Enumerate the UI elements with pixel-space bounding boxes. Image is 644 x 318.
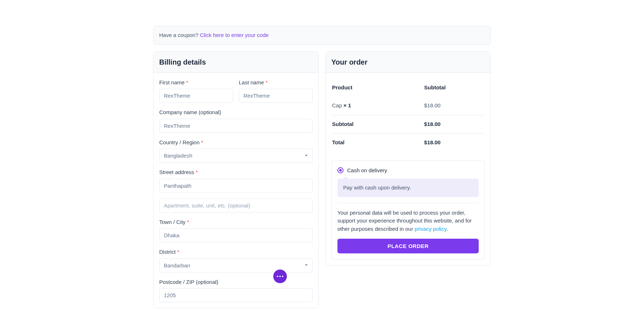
billing-panel: Billing details First name * Last name * — [153, 51, 319, 309]
coupon-prompt: Have a coupon? — [159, 32, 200, 38]
last-name-label: Last name * — [239, 79, 313, 87]
first-name-input[interactable] — [159, 89, 233, 103]
last-name-input[interactable] — [239, 89, 313, 103]
required-asterisk: * — [186, 79, 188, 85]
table-row: Cap × 1 $18.00 — [331, 97, 485, 115]
payment-box: Cash on delivery Pay with cash upon deli… — [331, 160, 485, 260]
company-label: Company name (optional) — [159, 108, 313, 117]
required-asterisk: * — [201, 139, 203, 145]
coupon-bar: Have a coupon? Click here to enter your … — [153, 26, 491, 45]
total-label: Total — [331, 134, 423, 152]
coupon-link[interactable]: Click here to enter your code — [200, 32, 269, 38]
country-label: Country / Region * — [159, 139, 313, 147]
street1-input[interactable] — [159, 179, 313, 193]
product-cell: Cap × 1 — [331, 97, 423, 115]
divider — [337, 203, 479, 203]
col-subtotal: Subtotal — [423, 79, 485, 97]
postcode-label: Postcode / ZIP (optional) — [159, 278, 313, 286]
subtotal-value: $18.00 — [423, 115, 485, 134]
order-panel: Your order Product Subtotal Cap × 1 — [325, 51, 491, 266]
required-asterisk: * — [196, 169, 198, 175]
required-asterisk: * — [177, 249, 179, 255]
billing-heading: Billing details — [153, 52, 318, 73]
payment-option-cod[interactable]: Cash on delivery — [337, 167, 479, 175]
more-fab[interactable] — [273, 270, 287, 283]
product-price: $18.00 — [423, 97, 485, 115]
payment-description: Pay with cash upon delivery. — [337, 179, 479, 197]
street2-input[interactable] — [159, 198, 313, 212]
country-select[interactable]: Bangladesh — [159, 149, 313, 163]
order-table: Product Subtotal Cap × 1 $18.00 Subto — [331, 79, 485, 152]
required-asterisk: * — [187, 219, 189, 225]
subtotal-row: Subtotal $18.00 — [331, 115, 485, 134]
privacy-text: Your personal data will be used to proce… — [337, 209, 479, 233]
total-row: Total $18.00 — [331, 134, 485, 152]
privacy-link[interactable]: privacy policy — [415, 226, 446, 232]
street-label: Street address * — [159, 168, 313, 177]
radio-selected-icon — [337, 167, 344, 173]
order-heading: Your order — [326, 52, 491, 73]
company-input[interactable] — [159, 119, 313, 133]
place-order-button[interactable]: PLACE ORDER — [337, 239, 479, 253]
city-label: Town / City * — [159, 218, 313, 226]
col-product: Product — [331, 79, 423, 97]
city-input[interactable] — [159, 228, 313, 242]
required-asterisk: * — [265, 79, 267, 85]
district-select[interactable]: Bandarban — [159, 258, 313, 272]
subtotal-label: Subtotal — [331, 115, 423, 134]
first-name-label: First name * — [159, 79, 233, 87]
dots-icon — [277, 276, 278, 277]
total-value: $18.00 — [423, 134, 485, 152]
postcode-input[interactable] — [159, 288, 313, 302]
district-label: District * — [159, 248, 313, 256]
payment-method-label: Cash on delivery — [347, 167, 387, 175]
